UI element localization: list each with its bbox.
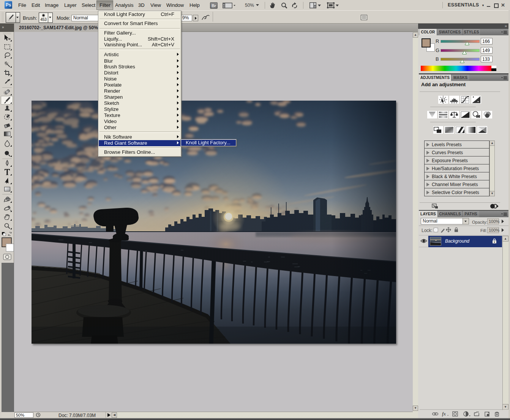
svg-text:fx: fx — [442, 411, 446, 417]
